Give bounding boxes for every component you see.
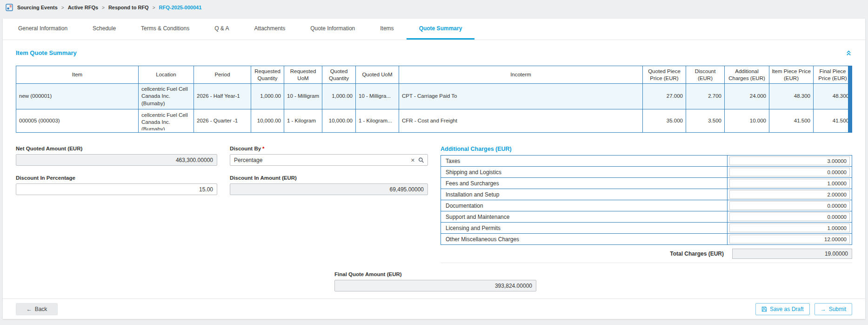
final-quote-block: Final Quote Amount (EUR) [334,271,536,291]
cell-quoted-piece-price: 35.000 [643,109,686,133]
field-label-text: Discount By [230,146,261,151]
cell-quoted-uom: 1 - Kilogram... [356,109,399,133]
tab-general-information[interactable]: General Information [6,19,80,40]
cell-item-piece-price: 48.300 [769,84,814,109]
cell-location: cellcentric Fuel Cell Canada Inc. (Burna… [139,109,194,133]
charge-row: Licensing and Permits [441,223,852,234]
collapse-section-button[interactable] [845,49,852,56]
col-header-incoterm[interactable]: Incoterm [399,66,643,84]
cell-quoted-piece-price: 27.000 [643,84,686,109]
save-as-draft-button[interactable]: Save as Draft [755,303,810,315]
tab-attachments[interactable]: Attachments [242,19,298,40]
charge-row: Documentation [441,200,852,211]
charge-label: Other Miscellaneous Charges [441,234,728,245]
total-charges-row: Total Charges (EUR) [441,249,852,263]
charge-label: Documentation [441,200,728,211]
discount-in-percentage-field: Discount In Percentage [16,175,217,195]
charge-label: Shipping and Logistics [441,167,728,178]
required-asterisk: * [262,146,264,151]
charge-amount-input[interactable] [729,168,850,176]
item-quote-table: Item Location Period Requested Quantity … [16,66,852,133]
net-quoted-amount-label: Net Quoted Amount (EUR) [16,146,217,151]
charge-row: Taxes [441,156,852,167]
table-row[interactable]: 000005 (000003) cellcentric Fuel Cell Ca… [16,109,852,133]
tab-q-and-a[interactable]: Q & A [202,19,241,40]
charge-amount-input[interactable] [729,201,850,210]
clear-icon[interactable]: ✕ [411,157,415,162]
tab-terms-conditions[interactable]: Terms & Conditions [128,19,202,40]
back-button[interactable]: ← Back [16,303,58,315]
tab-quote-information[interactable]: Quote Information [298,19,367,40]
breadcrumb-separator: > [153,5,155,10]
submit-button[interactable]: → Submit [815,303,852,315]
col-header-item-piece-price[interactable]: Item Piece Price (EUR) [769,66,814,84]
charge-label: Licensing and Permits [441,223,728,234]
quote-totals-form: Net Quoted Amount (EUR) Discount In Perc… [16,146,852,263]
charge-row: Support and Maintenance [441,211,852,223]
footer-actions: Save as Draft → Submit [755,303,852,315]
col-header-period[interactable]: Period [194,66,251,84]
col-header-final-piece-price[interactable]: Final Piece Price (EUR) [814,66,852,84]
col-header-additional-charges[interactable]: Additional Charges (EUR) [725,66,769,84]
double-chevron-up-icon [845,49,852,56]
cell-discount: 3.500 [686,109,725,133]
breadcrumb-sourcing-events[interactable]: Sourcing Events [17,5,58,10]
footer-bar: ← Back Save as Draft → Submit [3,298,865,319]
col-header-quoted-uom[interactable]: Quoted UoM [356,66,399,84]
charge-amount-input[interactable] [729,156,850,165]
charge-row: Shipping and Logistics [441,167,852,178]
charge-amount-input[interactable] [729,212,850,221]
field-label-text: Net Quoted Amount (EUR) [16,146,82,151]
breadcrumb-active-rfqs[interactable]: Active RFQs [68,5,98,10]
cell-incoterm: CFR - Cost and Freight [399,109,643,133]
col-header-item[interactable]: Item [16,66,139,84]
cell-requested-quantity: 1,000.00 [251,84,284,109]
col-header-quoted-quantity[interactable]: Quoted Quantity [322,66,356,84]
total-charges-label: Total Charges (EUR) [670,251,724,257]
form-column-left: Net Quoted Amount (EUR) Discount In Perc… [16,146,217,263]
table-row[interactable]: new (000001) cellcentric Fuel Cell Canad… [16,84,852,109]
cell-additional-charges: 24.000 [725,84,769,109]
breadcrumb-respond-to-rfq[interactable]: Respond to RFQ [108,5,149,10]
charge-amount-input[interactable] [729,223,850,232]
submit-arrow-icon: → [821,306,826,312]
col-header-requested-uom[interactable]: Requested UoM [284,66,322,84]
col-header-discount[interactable]: Discount (EUR) [686,66,725,84]
charge-label: Installation and Setup [441,189,728,200]
cell-period: 2026 - Half Year-1 [194,84,251,109]
breadcrumb: Sourcing Events > Active RFQs > Respond … [17,5,201,10]
submit-button-label: Submit [829,306,846,312]
discount-in-percentage-input[interactable] [16,183,217,195]
cell-location: cellcentric Fuel Cell Canada Inc. (Burna… [139,84,194,109]
col-header-quoted-piece-price[interactable]: Quoted Piece Price (EUR) [643,66,686,84]
back-button-label: Back [35,306,47,312]
net-quoted-amount-input [16,154,217,166]
charge-row: Fees and Surcharges [441,178,852,189]
total-charges-input [732,249,852,259]
additional-charges-title: Additional Charges (EUR) [441,146,852,152]
net-quoted-amount-field: Net Quoted Amount (EUR) [16,146,217,166]
cell-item: 000005 (000003) [16,109,139,133]
tab-bar: General Information Schedule Terms & Con… [3,19,865,40]
table-vertical-scrollbar[interactable] [848,66,852,133]
breadcrumb-bar: Sourcing Events > Active RFQs > Respond … [0,0,868,15]
section-title: Item Quote Summary [16,49,77,56]
charge-row: Other Miscellaneous Charges [441,234,852,245]
final-quote-amount-input [334,280,536,291]
breadcrumb-separator: > [61,5,64,10]
tab-schedule[interactable]: Schedule [80,19,128,40]
tab-quote-summary[interactable]: Quote Summary [407,19,475,40]
item-quote-table-wrap: Item Location Period Requested Quantity … [16,66,852,133]
discount-by-input[interactable] [230,154,428,166]
charge-amount-input[interactable] [729,235,850,244]
search-icon[interactable] [418,157,424,163]
col-header-location[interactable]: Location [139,66,194,84]
field-label-text: Discount In Amount (EUR) [230,175,297,181]
discount-in-amount-field: Discount In Amount (EUR) [230,175,428,195]
tab-items[interactable]: Items [367,19,406,40]
col-header-requested-quantity[interactable]: Requested Quantity [251,66,284,84]
charge-amount-input[interactable] [729,179,850,188]
charge-amount-input[interactable] [729,190,850,199]
cell-quoted-quantity: 10,000.00 [322,109,356,133]
cell-period: 2026 - Quarter -1 [194,109,251,133]
